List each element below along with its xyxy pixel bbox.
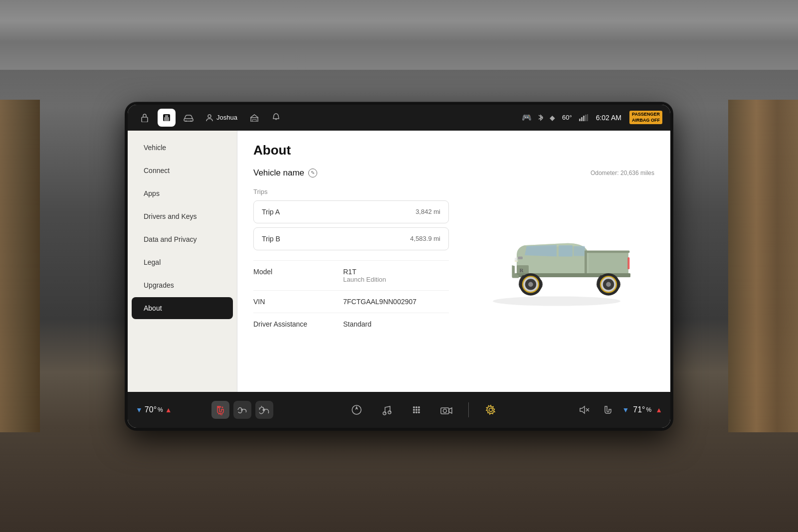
svg-point-40: [241, 409, 243, 411]
vin-value: 7FCTGAAL9NN002907: [343, 298, 416, 306]
screen: Joshua 🎮: [128, 105, 670, 428]
fan-low-icon[interactable]: [233, 401, 251, 419]
svg-rect-3: [165, 115, 168, 117]
sidebar-item-upgrades[interactable]: Upgrades: [132, 274, 233, 296]
vehicle-name-label: Vehicle name ✎: [253, 168, 317, 178]
svg-text:R: R: [520, 267, 524, 273]
bottom-center-icons: [273, 400, 574, 420]
svg-point-52: [415, 411, 417, 413]
nav-signal-icon: [579, 114, 588, 121]
sidebar-item-drivers-keys[interactable]: Drivers and Keys: [132, 205, 233, 227]
svg-rect-11: [581, 117, 583, 121]
screen-bezel: Joshua 🎮: [125, 102, 673, 431]
svg-point-43: [383, 412, 386, 415]
sidebar-item-apps[interactable]: Apps: [132, 182, 233, 204]
trip-a-value: 3,842 mi: [415, 208, 440, 215]
svg-point-47: [418, 406, 420, 408]
svg-rect-17: [559, 245, 573, 256]
main-content: About Vehicle name ✎ Odometer: 20,636 mi…: [237, 131, 670, 392]
svg-point-44: [388, 411, 391, 414]
volume-icon[interactable]: [574, 400, 594, 420]
nav-time: 6:02 AM: [596, 114, 621, 122]
nav-home-icon[interactable]: [158, 109, 176, 127]
passenger-temp-icon[interactable]: [598, 400, 618, 420]
svg-rect-14: [587, 114, 588, 121]
model-label: Model: [253, 268, 333, 276]
svg-point-49: [415, 409, 417, 411]
user-name: Joshua: [216, 114, 237, 121]
divider: [468, 402, 469, 417]
left-temp-unit: %: [158, 406, 163, 413]
svg-point-55: [443, 409, 447, 412]
content-area: Vehicle Connect Apps Drivers and Keys Da…: [128, 131, 670, 392]
svg-rect-22: [627, 257, 629, 269]
svg-point-38: [220, 406, 221, 407]
svg-point-53: [418, 411, 420, 413]
music-icon[interactable]: [377, 400, 397, 420]
fan-high-icon[interactable]: [255, 401, 273, 419]
right-temp-down-arrow[interactable]: ▼: [622, 406, 629, 414]
svg-rect-23: [585, 250, 587, 276]
wood-strip-left: [0, 100, 40, 432]
sidebar-item-data-privacy[interactable]: Data and Privacy: [132, 228, 233, 250]
svg-point-45: [413, 406, 415, 408]
driver-assistance-row: Driver Assistance Standard: [253, 313, 449, 335]
svg-point-50: [418, 409, 420, 411]
svg-point-5: [186, 120, 187, 122]
svg-point-48: [413, 409, 415, 411]
edit-vehicle-name-icon[interactable]: ✎: [308, 169, 317, 177]
nav-garage-icon[interactable]: [245, 109, 263, 127]
nav-bell-icon[interactable]: [267, 109, 285, 127]
bottom-bar: ▼ 70° % ▲: [128, 392, 670, 428]
trip-b-value: 4,583.9 mi: [410, 235, 440, 242]
model-row: Model R1T Launch Edition: [253, 260, 449, 290]
svg-rect-2: [164, 117, 169, 121]
svg-rect-12: [583, 116, 585, 121]
left-temp-up-arrow[interactable]: ▲: [165, 406, 172, 414]
sidebar-item-connect[interactable]: Connect: [132, 160, 233, 181]
svg-point-7: [208, 115, 211, 118]
svg-point-30: [528, 282, 533, 287]
svg-rect-18: [574, 246, 585, 256]
svg-point-56: [489, 408, 493, 411]
airbag-line2: AIRBAG OFF: [632, 118, 660, 124]
trip-a-card[interactable]: Trip A 3,842 mi: [253, 200, 449, 223]
svg-point-35: [606, 282, 611, 287]
apps-grid-icon[interactable]: [406, 400, 426, 420]
left-temp-display: 70° %: [145, 405, 163, 414]
nav-car-icon[interactable]: [180, 109, 198, 127]
settings-icon[interactable]: [481, 400, 501, 420]
nav-bluetooth-icon: [538, 113, 544, 122]
odometer: Odometer: 20,636 miles: [591, 170, 654, 177]
bottom-right: ▼ 71° % ▲: [574, 400, 662, 420]
sidebar-item-vehicle[interactable]: Vehicle: [132, 137, 233, 159]
sidebar-item-about[interactable]: About: [132, 297, 233, 319]
bottom-heat-icons: [211, 401, 273, 419]
trip-b-card[interactable]: Trip B 4,583.9 mi: [253, 227, 449, 250]
nav-lock-icon[interactable]: [136, 109, 154, 127]
seat-heat-icon[interactable]: [211, 401, 229, 419]
model-sub: Launch Edition: [343, 276, 386, 283]
navigation-icon[interactable]: [347, 400, 367, 420]
top-nav: Joshua 🎮: [128, 105, 670, 131]
svg-point-15: [493, 296, 620, 306]
page-title: About: [253, 143, 654, 158]
wood-strip-right: [728, 100, 798, 432]
wood-strip-top: [0, 0, 798, 70]
right-temp-up-arrow[interactable]: ▲: [655, 406, 662, 414]
svg-point-6: [191, 120, 192, 122]
camera-icon[interactable]: [436, 400, 456, 420]
sidebar-item-legal[interactable]: Legal: [132, 251, 233, 273]
nav-gamepad-icon: 🎮: [522, 113, 532, 122]
svg-rect-0: [142, 117, 148, 122]
nav-user[interactable]: Joshua: [201, 114, 241, 122]
trips-label: Trips: [253, 188, 449, 195]
vehicle-image: R: [477, 211, 636, 311]
svg-point-37: [218, 406, 219, 408]
svg-rect-16: [585, 251, 628, 275]
svg-rect-24: [585, 250, 629, 253]
nav-diamond-icon: ◆: [550, 114, 555, 122]
left-temp-down-arrow[interactable]: ▼: [136, 406, 143, 414]
trip-b-name: Trip B: [262, 235, 280, 243]
model-value-container: R1T Launch Edition: [343, 268, 386, 283]
